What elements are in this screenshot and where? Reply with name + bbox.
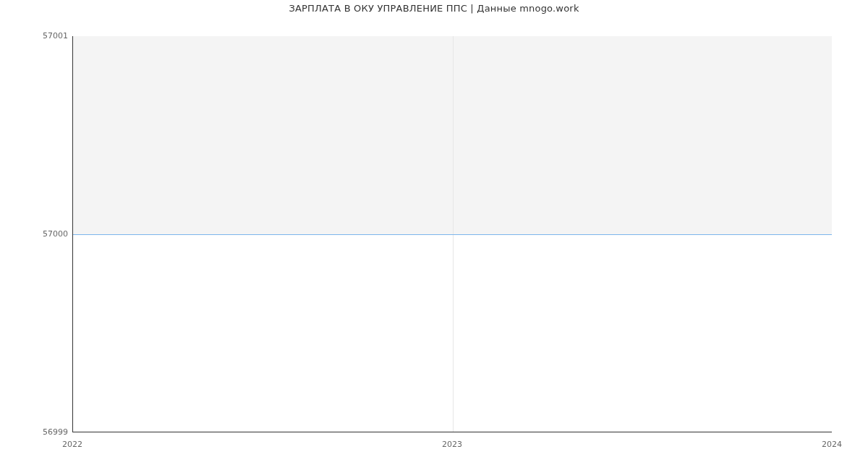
x-tick-label: 2024 — [822, 440, 842, 449]
y-tick-label: 56999 — [3, 427, 68, 437]
chart-title: ЗАРПЛАТА В ОКУ УПРАВЛЕНИЕ ППС | Данные m… — [0, 3, 868, 14]
x-tick-label: 2022 — [62, 440, 82, 449]
series-line — [73, 234, 832, 235]
x-tick-label: 2023 — [442, 440, 462, 449]
chart-container: ЗАРПЛАТА В ОКУ УПРАВЛЕНИЕ ППС | Данные m… — [0, 0, 868, 470]
plot-area — [72, 36, 832, 432]
y-tick-label: 57001 — [3, 31, 68, 40]
y-tick-label: 57000 — [3, 229, 68, 239]
